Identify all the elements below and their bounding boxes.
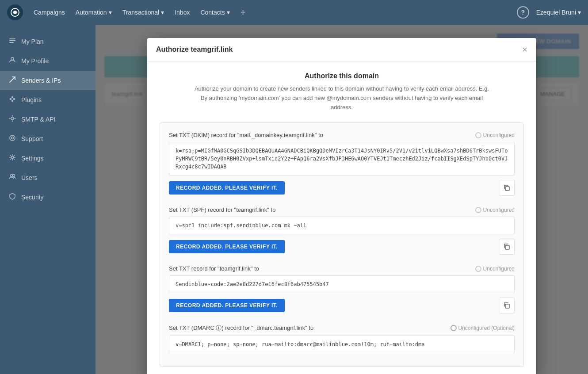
profile-icon [9,57,16,65]
authorize-domain-modal: Authorize teamgrif.link × Authorize this… [147,38,536,374]
top-navigation: Campaigns Automation ▾ Transactional ▾ I… [0,0,588,25]
logo[interactable] [7,4,23,20]
copy-icon [503,302,510,309]
svg-point-12 [11,137,14,139]
dns-record-3-value: Sendinblue-code:2ae2e8d227d7e16fec8f6ab4… [169,275,515,293]
svg-rect-4 [9,42,14,43]
modal-overlay: Authorize teamgrif.link × Authorize this… [95,25,588,374]
copy-icon [503,184,510,191]
copy-record-1-button[interactable] [499,180,515,196]
svg-rect-17 [505,245,509,249]
sidebar-item-plugins[interactable]: Plugins [0,90,95,110]
plan-icon [9,37,16,46]
svg-point-13 [11,156,14,159]
dns-record-1-status: Unconfigured [475,132,515,138]
modal-header: Authorize teamgrif.link × [147,38,536,61]
nav-campaigns[interactable]: Campaigns [34,9,65,16]
svg-point-5 [11,57,14,60]
verify-record-3-button[interactable]: RECORD ADDED. PLEASE VERIFY IT. [169,299,285,312]
dns-record-3-actions: RECORD ADDED. PLEASE VERIFY IT. [169,298,515,313]
main-content: + ADD A NEW DOMAIN teamgrif.link VERIFY … [95,25,588,374]
copy-record-3-button[interactable] [499,298,515,313]
svg-point-1 [13,11,17,14]
help-button[interactable]: ? [517,6,529,19]
dns-record-2-label: Set TXT (SPF) record for "teamgrif.link"… [169,206,275,213]
svg-point-14 [11,175,13,177]
modal-intro-description: Authorize your domain to create new send… [191,84,492,112]
dns-record-2: Set TXT (SPF) record for "teamgrif.link"… [169,206,515,255]
status-unconfigured-icon [475,132,481,138]
verify-record-2-button[interactable]: RECORD ADDED. PLEASE VERIFY IT. [169,240,285,253]
main-layout: My Plan My Profile Senders & IPs Plugins… [0,25,588,374]
dns-record-4-value: v=DMARC1; p=none; sp=none; rua=mailto:dm… [169,336,515,353]
status-unconfigured-icon [475,266,481,272]
verify-record-1-button[interactable]: RECORD ADDED. PLEASE VERIFY IT. [169,181,285,195]
dns-record-1-actions: RECORD ADDED. PLEASE VERIFY IT. [169,180,515,196]
dns-record-4-status: Unconfigured (Optional) [451,325,515,331]
dns-record-3-label: Set TXT record for "teamgrif.link" to [169,265,259,272]
status-optional-icon [451,325,457,331]
dns-records-container: Set TXT (DKIM) record for "mail._domaink… [160,122,524,367]
svg-rect-16 [505,187,509,191]
svg-point-11 [10,135,15,141]
users-icon [9,173,16,182]
dns-record-2-value: v=spf1 include:spf.sendinblue.com mx ~al… [169,217,515,234]
svg-rect-2 [9,38,15,39]
dns-record-1-label: Set TXT (DKIM) record for "mail._domaink… [169,132,323,138]
dns-record-1: Set TXT (DKIM) record for "mail._domaink… [169,132,515,196]
sidebar-item-smtp-api[interactable]: SMTP & API [0,110,95,129]
status-unconfigured-icon [475,207,481,213]
sidebar: My Plan My Profile Senders & IPs Plugins… [0,25,95,374]
sidebar-item-support[interactable]: Support [0,129,95,149]
plugins-icon [9,95,16,104]
svg-point-10 [11,117,14,120]
svg-rect-3 [9,40,15,41]
sidebar-item-users[interactable]: Users [0,168,95,187]
security-icon [9,193,16,202]
sidebar-item-myprofile[interactable]: My Profile [0,51,95,71]
svg-rect-6 [10,98,11,100]
dns-record-4-header: Set TXT (DMARC ⓘ) record for "_dmarc.tea… [169,324,515,332]
svg-point-15 [13,175,15,177]
svg-rect-18 [505,304,509,308]
support-icon [9,134,16,143]
sidebar-item-senders-ips[interactable]: Senders & IPs [0,71,95,90]
dns-record-2-actions: RECORD ADDED. PLEASE VERIFY IT. [169,239,515,255]
copy-record-2-button[interactable] [499,239,515,255]
modal-intro-title: Authorize this domain [160,72,524,80]
copy-icon [503,243,510,250]
user-menu[interactable]: Ezequiel Bruni ▾ [536,9,581,16]
topnav-right-section: ? Ezequiel Bruni ▾ [517,6,581,19]
svg-rect-7 [13,98,15,100]
nav-contacts[interactable]: Contacts ▾ [200,9,229,16]
modal-title: Authorize teamgrif.link [156,46,233,53]
dns-record-3: Set TXT record for "teamgrif.link" to Un… [169,265,515,313]
dns-record-2-header: Set TXT (SPF) record for "teamgrif.link"… [169,206,515,213]
settings-icon [9,154,16,163]
dns-record-4-label: Set TXT (DMARC ⓘ) record for "_dmarc.tea… [169,324,313,332]
nav-inbox[interactable]: Inbox [175,9,190,16]
nav-plus[interactable]: + [241,8,246,18]
svg-rect-9 [11,100,13,102]
smtp-icon [9,115,16,124]
sidebar-item-settings[interactable]: Settings [0,149,95,168]
chevron-down-icon: ▾ [109,9,112,16]
dns-record-1-header: Set TXT (DKIM) record for "mail._domaink… [169,132,515,138]
modal-intro: Authorize this domain Authorize your dom… [160,72,524,112]
chevron-down-icon: ▾ [227,9,230,16]
modal-close-button[interactable]: × [522,45,527,54]
nav-automation[interactable]: Automation ▾ [76,9,112,16]
dns-record-3-header: Set TXT record for "teamgrif.link" to Un… [169,265,515,272]
sidebar-item-myplan[interactable]: My Plan [0,32,95,51]
senders-icon [9,76,16,85]
dns-record-4: Set TXT (DMARC ⓘ) record for "_dmarc.tea… [169,324,515,353]
dns-record-3-status: Unconfigured [475,266,515,272]
sidebar-item-security[interactable]: Security [0,187,95,207]
modal-body: Authorize this domain Authorize your dom… [147,61,536,374]
dns-record-1-value: k=rsa;p=MIGfMA0GCSqGSIb3DQEBAQUAA4GNADCB… [169,142,515,176]
chevron-down-icon: ▾ [161,9,164,16]
chevron-down-icon: ▾ [578,9,581,16]
nav-transactional[interactable]: Transactional ▾ [122,9,164,16]
svg-rect-8 [11,96,13,98]
dns-record-2-status: Unconfigured [475,207,515,213]
